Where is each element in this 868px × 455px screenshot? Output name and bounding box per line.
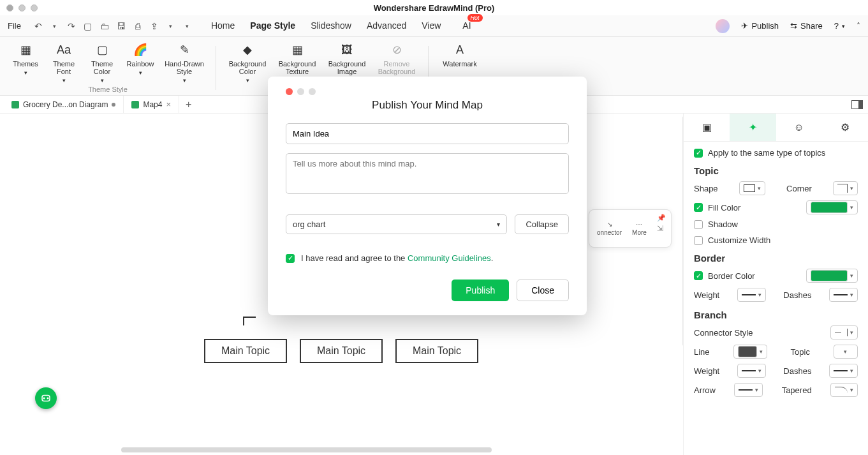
more-dropdown-icon[interactable]: ▾ xyxy=(182,20,193,32)
shadow-check[interactable]: Shadow xyxy=(694,220,858,229)
doc-tab-1[interactable]: Grocery De...on Diagram xyxy=(4,96,124,113)
corner-label: Corner xyxy=(786,184,812,193)
ribbon-themes[interactable]: ▦Themes▾ xyxy=(6,41,45,84)
collapse-button[interactable]: Collapse xyxy=(515,214,569,234)
separator xyxy=(216,46,216,90)
doc-tab-2[interactable]: Map4 × xyxy=(124,96,179,113)
topic-box[interactable]: Main Topic xyxy=(300,339,383,363)
menu-page-style[interactable]: Page Style xyxy=(250,20,295,32)
menu-view[interactable]: View xyxy=(422,20,441,32)
doc-tab-label: Grocery De...on Diagram xyxy=(23,100,108,109)
open-icon[interactable]: 🗀 xyxy=(99,20,110,32)
ribbon-label: Background Color xyxy=(229,60,267,75)
print-icon[interactable]: ⎙ xyxy=(132,20,143,32)
ribbon-hand-drawn[interactable]: ✎Hand-Drawn Style▾ xyxy=(159,41,209,84)
corner-dropdown[interactable]: ▾ xyxy=(833,181,858,195)
file-menu[interactable]: File xyxy=(8,21,21,31)
export-icon[interactable]: ⇪ xyxy=(149,20,160,32)
rainbow-icon: 🌈 xyxy=(133,43,147,57)
border-dashes-dropdown[interactable]: ▾ xyxy=(829,288,858,302)
theme-font-icon: Aa xyxy=(57,43,71,57)
customize-width-check[interactable]: Customize Width xyxy=(694,235,858,245)
undo-dropdown-icon[interactable]: ▾ xyxy=(49,20,61,32)
share-button[interactable]: ⇆ Share xyxy=(790,21,823,31)
border-weight-dropdown[interactable]: ▾ xyxy=(737,288,766,302)
gear-icon: ⚙ xyxy=(841,121,850,133)
tapered-dropdown[interactable]: ▾ xyxy=(830,383,858,397)
connector-tool[interactable]: ↘ onnector xyxy=(597,221,622,236)
close-tab-icon[interactable]: × xyxy=(166,100,171,109)
share-label: Share xyxy=(800,21,823,31)
avatar[interactable] xyxy=(716,19,730,33)
branch-topic-dropdown[interactable]: ▾ xyxy=(834,345,858,359)
fill-color-dropdown[interactable]: ▾ xyxy=(806,200,858,214)
svg-point-0 xyxy=(43,398,45,399)
collapse-ribbon-icon[interactable]: ˄ xyxy=(857,22,860,31)
new-icon[interactable]: ▢ xyxy=(82,20,94,32)
more-tool[interactable]: ⋯ More xyxy=(632,221,647,236)
dialog-title: Publish Your Mind Map xyxy=(286,99,569,112)
line-icon xyxy=(834,370,848,371)
section-border: Border xyxy=(694,253,858,264)
branch-weight-dropdown[interactable]: ▾ xyxy=(737,364,766,378)
horizontal-scrollbar[interactable] xyxy=(121,447,492,452)
panel-toggle-icon[interactable] xyxy=(851,100,863,109)
ribbon-bg-color[interactable]: ◆Background Color▾ xyxy=(223,41,272,95)
apply-same-topics-check[interactable]: ✓ Apply to the same type of topics xyxy=(694,148,858,158)
pin-icon[interactable]: 📌 xyxy=(657,214,666,222)
mindmap-name-input[interactable] xyxy=(286,123,569,144)
publish-icon: ✈ xyxy=(741,21,748,31)
border-color-dropdown[interactable]: ▾ xyxy=(806,269,858,283)
dialog-close-button[interactable]: Close xyxy=(517,280,569,301)
publish-button[interactable]: ✈ Publish xyxy=(741,21,779,31)
ai-chat-fab[interactable] xyxy=(35,387,57,409)
menu-slideshow[interactable]: Slideshow xyxy=(311,20,351,32)
menu-ai[interactable]: AI Hot xyxy=(462,20,471,32)
redo-icon[interactable]: ↷ xyxy=(66,20,77,32)
panel-tab-layout[interactable]: ▣ xyxy=(684,114,730,141)
dashes-label: Dashes xyxy=(783,290,811,300)
doc-icon xyxy=(131,101,139,108)
mindmap-description-input[interactable] xyxy=(286,153,569,194)
quick-toolbar: File ↶ ▾ ↷ ▢ 🗀 🖫 ⎙ ⇪ ▾ ▾ Home Page Style… xyxy=(0,15,868,37)
menu-home[interactable]: Home xyxy=(211,20,235,32)
save-icon[interactable]: 🖫 xyxy=(115,20,127,32)
shape-dropdown[interactable]: ▾ xyxy=(739,181,765,195)
color-swatch xyxy=(811,202,848,213)
undo-icon[interactable]: ↶ xyxy=(33,20,44,32)
menu-advanced[interactable]: Advanced xyxy=(367,20,406,32)
dialog-publish-button[interactable]: Publish xyxy=(452,280,509,301)
select-value: org chart xyxy=(293,220,325,229)
connector-style-dropdown[interactable]: ▾ xyxy=(830,325,858,339)
ribbon-label: Hand-Drawn Style xyxy=(165,60,204,75)
export-dropdown-icon[interactable]: ▾ xyxy=(165,20,177,32)
fill-color-check[interactable]: ✓Fill Color xyxy=(694,203,740,213)
ribbon-theme-color[interactable]: ▢Theme Color▾ xyxy=(83,41,121,84)
branch-dashes-dropdown[interactable]: ▾ xyxy=(829,364,858,378)
border-color-check[interactable]: ✓Border Color xyxy=(694,271,755,281)
unsaved-dot-icon xyxy=(112,103,115,107)
checkbox-icon: ✓ xyxy=(694,149,703,158)
panel-tab-emoji[interactable]: ☺ xyxy=(776,114,822,141)
category-select[interactable]: org chart ▾ xyxy=(286,214,507,234)
topic-box[interactable]: Main Topic xyxy=(395,339,478,363)
add-tab-button[interactable]: + xyxy=(179,99,198,110)
topic-box[interactable]: Main Topic xyxy=(204,339,287,363)
chevron-down-icon: ▾ xyxy=(842,23,845,29)
ribbon-theme-font[interactable]: AaTheme Font▾ xyxy=(45,41,83,84)
checkbox-icon: ✓ xyxy=(286,254,295,263)
dashes-label: Dashes xyxy=(783,366,811,376)
bg-color-icon: ◆ xyxy=(243,43,252,57)
rect-icon xyxy=(744,184,755,192)
ribbon-rainbow[interactable]: 🌈Rainbow▾ xyxy=(121,41,159,84)
line-color-dropdown[interactable]: ▾ xyxy=(733,345,767,359)
expand-toolbar-icon[interactable]: ⇲ xyxy=(657,224,663,233)
panel-tab-settings[interactable]: ⚙ xyxy=(822,114,868,141)
arrow-dropdown[interactable]: ▾ xyxy=(734,383,763,397)
dialog-close-icon[interactable] xyxy=(286,88,293,95)
panel-tab-style[interactable]: ✦ xyxy=(730,114,776,141)
help-button[interactable]: ? ▾ xyxy=(834,21,845,31)
agree-checkbox-row[interactable]: ✓ I have read and agree to the Community… xyxy=(286,253,569,263)
community-guidelines-link[interactable]: Community Guidelines xyxy=(408,253,491,263)
theme-color-icon: ▢ xyxy=(97,43,108,57)
